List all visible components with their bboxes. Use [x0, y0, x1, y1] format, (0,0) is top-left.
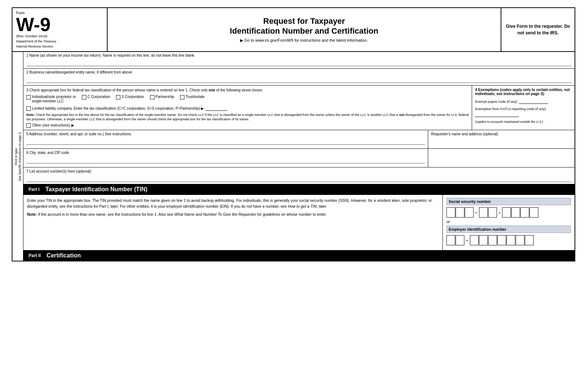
part1-para1: Enter your TIN in the appropriate box. T…: [27, 198, 439, 210]
line7-label: 7 List account number(s) here (optional): [26, 169, 572, 173]
line5-label: 5 Address (number, street, and apt. or s…: [26, 132, 425, 136]
form-dept1: Department of the Treasury: [16, 39, 103, 43]
part1-note-para: Note: If the account is in more than one…: [27, 212, 439, 218]
fatca-label: Exemption from FATCA reporting code (if …: [475, 107, 572, 111]
ein-group1: [446, 235, 464, 245]
cb-trust-label: Trust/estate: [186, 95, 205, 99]
line6-label: 6 City, state, and ZIP code: [26, 151, 425, 155]
line6-input[interactable]: [26, 156, 425, 163]
line5-left: 5 Address (number, street, and apt. or s…: [23, 130, 428, 148]
ssn-d2[interactable]: [456, 207, 464, 218]
form-title-line2: Identification Number and Certification: [230, 26, 378, 36]
cb-trust: Trust/estate: [180, 95, 205, 99]
ssn-d7[interactable]: [511, 207, 520, 218]
header-right: Give Form to the requester. Do not send …: [501, 8, 575, 51]
ssn-d3[interactable]: [465, 207, 474, 218]
exempt-payee-input[interactable]: [519, 99, 548, 104]
part1-desc: Enter your TIN in the appropriate box. T…: [23, 195, 443, 250]
line7-row: 7 List account number(s) here (optional): [23, 167, 575, 184]
cb-individual-label: Individual/sole proprietor orsingle-memb…: [32, 95, 76, 103]
ssn-d4[interactable]: [479, 207, 488, 218]
cb-c-corp-box[interactable]: [82, 95, 86, 99]
cb-c-corp-label: C Corporation: [87, 95, 110, 99]
note-text: Note: Check the appropriate box in the l…: [26, 113, 469, 121]
ein-boxes: -: [446, 235, 571, 245]
exemptions-header: 4 Exemptions (codes apply only to certai…: [475, 88, 572, 96]
form-header: Form W-9 (Rev. October 2018) Department …: [12, 8, 575, 52]
ein-group2: [470, 235, 534, 245]
line1-label: 1 Name (as shown on your income tax retu…: [26, 53, 572, 57]
ssn-d8[interactable]: [520, 207, 529, 218]
line7-input[interactable]: [26, 175, 572, 182]
ein-dash: -: [466, 237, 468, 243]
llc-input[interactable]: [205, 106, 227, 111]
ein-d9[interactable]: [525, 235, 534, 245]
cb-s-corp-label: S Corporation: [121, 95, 144, 99]
ein-d5[interactable]: [488, 235, 497, 245]
ein-d1[interactable]: [446, 235, 455, 245]
ssn-d1[interactable]: [446, 207, 455, 218]
line2-row: 2 Business name/disregarded entity name,…: [23, 69, 575, 86]
ein-d3[interactable]: [470, 235, 479, 245]
checkboxes-row: Individual/sole proprietor orsingle-memb…: [26, 95, 469, 103]
cb-trust-box[interactable]: [180, 95, 184, 99]
ssn-d9[interactable]: [530, 207, 538, 218]
ein-label: Employer identification number: [446, 226, 571, 233]
form-dept2: Internal Revenue Service: [16, 45, 103, 48]
line5-right: Requester's name and address (optional): [428, 130, 575, 148]
ssn-dash2: -: [499, 210, 501, 215]
cb-s-corp: S Corporation: [116, 95, 144, 99]
line2-label: 2 Business name/disregarded entity name,…: [26, 70, 572, 74]
line2-input[interactable]: [26, 76, 572, 83]
ein-d4[interactable]: [479, 235, 488, 245]
header-center: Request for Taxpayer Identification Numb…: [108, 8, 501, 51]
ein-d2[interactable]: [456, 235, 464, 245]
line1-row: 1 Name (as shown on your income tax retu…: [23, 52, 575, 69]
applies-text: (Applies to accounts maintained outside …: [475, 120, 572, 124]
ssn-dash1: -: [475, 210, 477, 215]
or-text: or: [446, 219, 571, 224]
ssn-group2: [479, 207, 497, 218]
ein-d8[interactable]: [516, 235, 524, 245]
other-row: Other (see instructions) ▶: [26, 123, 469, 128]
cb-s-corp-box[interactable]: [116, 95, 120, 99]
ein-d7[interactable]: [506, 235, 515, 245]
requester-label: Requester's name and address (optional): [431, 132, 572, 136]
cb-llc-box[interactable]: [26, 106, 31, 111]
ein-d6[interactable]: [497, 235, 506, 245]
line3-right: 4 Exemptions (codes apply only to certai…: [472, 86, 575, 130]
line3-container: 3 Check appropriate box for federal tax …: [23, 86, 575, 130]
part2-title: Certification: [46, 252, 81, 259]
part1-content: Enter your TIN in the appropriate box. T…: [23, 195, 575, 250]
cb-individual-box[interactable]: [26, 95, 31, 99]
ssn-d6[interactable]: [502, 207, 511, 218]
part1-title: Taxpayer Identification Number (TIN): [45, 186, 147, 193]
line6-left: 6 City, state, and ZIP code: [23, 149, 428, 167]
line5-input[interactable]: [26, 137, 425, 145]
part1-tin: Social security number - -: [443, 195, 575, 250]
part1-header: Part I Taxpayer Identification Number (T…: [23, 184, 575, 195]
cb-individual: Individual/sole proprietor orsingle-memb…: [26, 95, 76, 103]
line6-right: [428, 149, 575, 167]
cb-partnership-box[interactable]: [150, 95, 154, 99]
line5-container: 5 Address (number, street, and apt. or s…: [23, 130, 575, 149]
sidebar-text: Print or type. See Specific Instructions…: [14, 130, 22, 183]
part1-label: Part I: [26, 186, 42, 193]
header-left: Form W-9 (Rev. October 2018) Department …: [12, 8, 108, 51]
fatca-input[interactable]: [475, 112, 519, 117]
cb-partnership: Partnership: [150, 95, 174, 99]
llc-row: Limited liability company. Enter the tax…: [26, 106, 469, 111]
form-goto: ▶ Go to www.irs.gov/FormW9 for instructi…: [240, 38, 368, 43]
ssn-label: Social security number: [446, 198, 571, 205]
part2-header: Part II Certification: [23, 250, 575, 261]
form-number: W-9: [16, 15, 103, 34]
line1-input[interactable]: [26, 59, 572, 66]
line3-header: 3 Check appropriate box for federal tax …: [26, 88, 469, 93]
form-title-line1: Request for Taxpayer: [263, 16, 345, 26]
cb-c-corp: C Corporation: [82, 95, 110, 99]
line6-container: 6 City, state, and ZIP code: [23, 149, 575, 167]
ssn-d5[interactable]: [488, 207, 497, 218]
form-rev: (Rev. October 2018): [16, 34, 103, 38]
ssn-boxes: - -: [446, 207, 571, 218]
cb-other-box[interactable]: [26, 123, 31, 128]
